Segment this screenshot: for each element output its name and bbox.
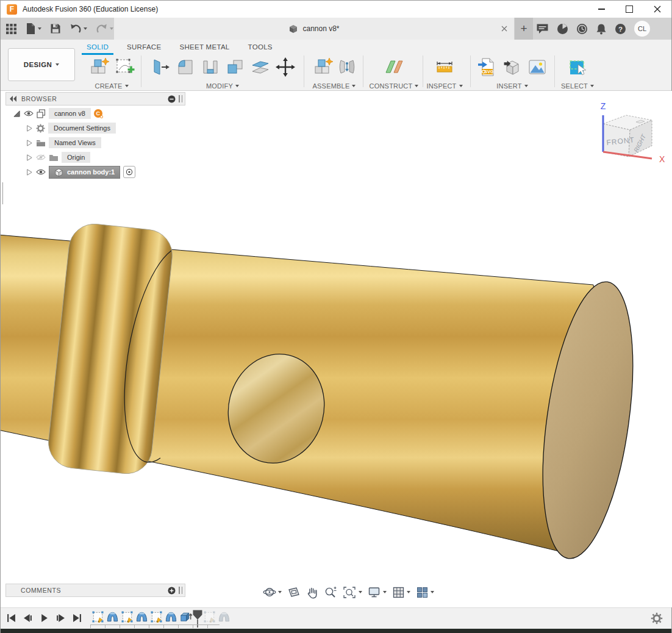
collapsed-arrow-icon[interactable] <box>25 124 33 132</box>
fit-button[interactable] <box>343 586 362 599</box>
group-inspect-label[interactable]: INSPECT <box>426 82 462 90</box>
app-grid-button[interactable] <box>4 22 18 36</box>
expanded-arrow-icon[interactable] <box>13 110 21 118</box>
collapsed-arrow-icon[interactable] <box>25 154 33 162</box>
save-button[interactable] <box>49 22 62 35</box>
add-comment-icon[interactable] <box>168 587 176 595</box>
group-select-label[interactable]: SELECT <box>561 82 594 90</box>
look-at-button[interactable] <box>287 586 301 598</box>
comments-panel-header[interactable]: COMMENTS <box>5 584 185 597</box>
document-settings-label[interactable]: Document Settings <box>48 123 116 134</box>
feature-revolve-1[interactable] <box>105 610 120 624</box>
collapsed-arrow-icon[interactable] <box>25 139 33 147</box>
tab-tools[interactable]: TOOLS <box>247 42 274 54</box>
workspace-selector[interactable]: DESIGN <box>8 48 75 81</box>
layout-grid-button[interactable] <box>392 586 410 599</box>
go-to-end-button[interactable] <box>73 613 82 623</box>
construction-plane-icon[interactable] <box>383 57 405 77</box>
feature-revolve-2[interactable] <box>135 610 149 624</box>
group-assemble-label[interactable]: ASSEMBLE <box>313 82 356 90</box>
clock-icon <box>576 23 588 35</box>
timeline-settings-button[interactable] <box>651 612 663 624</box>
feature-revolve-suppressed[interactable] <box>217 610 231 624</box>
feature-sketch-3[interactable] <box>149 610 163 624</box>
named-views-label[interactable]: Named Views <box>49 137 101 148</box>
feature-revolve-3[interactable] <box>164 610 178 624</box>
viewport-canvas[interactable]: BROWSER cannon v8 <box>1 91 672 607</box>
undo-button[interactable] <box>68 22 88 35</box>
collapse-panel-icon[interactable] <box>9 95 18 102</box>
canvas-image-icon[interactable] <box>527 57 548 77</box>
play-button[interactable] <box>40 613 49 623</box>
browser-row-cannon-body[interactable]: cannon body:1 <box>25 165 185 179</box>
step-back-button[interactable] <box>23 613 32 623</box>
joint-icon[interactable] <box>338 57 356 77</box>
new-document-tab-button[interactable]: + <box>515 18 533 40</box>
feature-sketch-suppressed[interactable] <box>202 610 216 624</box>
combine-icon[interactable] <box>225 57 246 77</box>
pan-button[interactable] <box>306 586 318 599</box>
notifications-button[interactable] <box>596 23 607 35</box>
selected-body-row[interactable]: cannon body:1 <box>49 166 120 179</box>
shell-icon[interactable] <box>200 57 221 77</box>
close-button[interactable] <box>643 1 671 18</box>
select-window-icon[interactable] <box>567 56 588 78</box>
panel-drag-grip[interactable] <box>179 95 182 102</box>
browser-header[interactable]: BROWSER <box>5 92 185 106</box>
hub-status-badge[interactable]: C <box>94 109 102 118</box>
root-component-label[interactable]: cannon v8 <box>49 108 91 119</box>
cannon-body[interactable] <box>1 221 648 564</box>
group-construct-label[interactable]: CONSTRUCT <box>370 82 419 90</box>
measure-icon[interactable] <box>434 57 456 77</box>
document-tab[interactable]: cannon v8* <box>114 18 514 40</box>
browser-row-document-settings[interactable]: Document Settings <box>25 121 185 135</box>
panel-drag-grip[interactable] <box>179 587 182 594</box>
group-create-label[interactable]: CREATE <box>95 82 128 90</box>
minimize-button[interactable] <box>587 1 615 18</box>
visibility-off-icon[interactable] <box>36 154 46 161</box>
step-forward-button[interactable] <box>56 613 65 623</box>
feature-sketch-2[interactable] <box>120 610 134 624</box>
browser-row-origin[interactable]: Origin <box>25 151 185 164</box>
collapse-tree-icon[interactable] <box>168 95 176 103</box>
maximize-button[interactable] <box>615 1 643 18</box>
insert-svg-icon[interactable]: SVG <box>477 57 498 77</box>
move-copy-icon[interactable] <box>275 57 296 77</box>
display-settings-button[interactable] <box>368 586 387 598</box>
orbit-button[interactable] <box>263 585 282 599</box>
comment-button[interactable] <box>536 23 549 35</box>
group-modify-label[interactable]: MODIFY <box>206 82 239 90</box>
offset-face-icon[interactable] <box>250 57 271 77</box>
extensions-button[interactable] <box>557 23 568 35</box>
assemble-caret <box>352 85 356 87</box>
viewports-button[interactable] <box>416 586 434 599</box>
tab-sheet-metal[interactable]: SHEET METAL <box>178 42 231 54</box>
tab-solid[interactable]: SOLID <box>85 42 110 54</box>
browser-row-named-views[interactable]: Named Views <box>25 136 185 149</box>
job-status-button[interactable] <box>576 23 588 35</box>
file-menu-button[interactable] <box>24 21 43 36</box>
zoom-button[interactable] <box>324 586 337 599</box>
redo-button[interactable] <box>95 22 115 35</box>
create-sketch-icon[interactable] <box>114 57 135 77</box>
go-to-start-button[interactable] <box>7 613 16 623</box>
feature-sketch-1[interactable] <box>91 610 105 624</box>
selection-target-button[interactable] <box>123 166 135 178</box>
document-tab-close-button[interactable] <box>499 24 509 34</box>
collapsed-arrow-icon[interactable] <box>25 168 33 176</box>
tab-surface[interactable]: SURFACE <box>126 42 162 54</box>
feature-extrude-1[interactable] <box>179 610 193 624</box>
view-cube[interactable]: FRONT RIGHT Z X <box>591 98 670 166</box>
insert-derive-icon[interactable] <box>502 57 523 77</box>
group-insert-label[interactable]: INSERT <box>496 82 527 90</box>
account-avatar[interactable]: CL <box>634 21 650 37</box>
visibility-eye-icon[interactable] <box>36 168 46 176</box>
new-body-icon[interactable] <box>89 57 110 77</box>
visibility-eye-icon[interactable] <box>24 110 34 117</box>
fillet-icon[interactable] <box>175 57 196 77</box>
press-pull-icon[interactable] <box>150 57 171 77</box>
browser-row-root[interactable]: cannon v8 C <box>13 107 185 120</box>
help-button[interactable]: ? <box>615 23 626 35</box>
new-component-icon[interactable] <box>313 57 334 77</box>
origin-label[interactable]: Origin <box>62 152 90 163</box>
